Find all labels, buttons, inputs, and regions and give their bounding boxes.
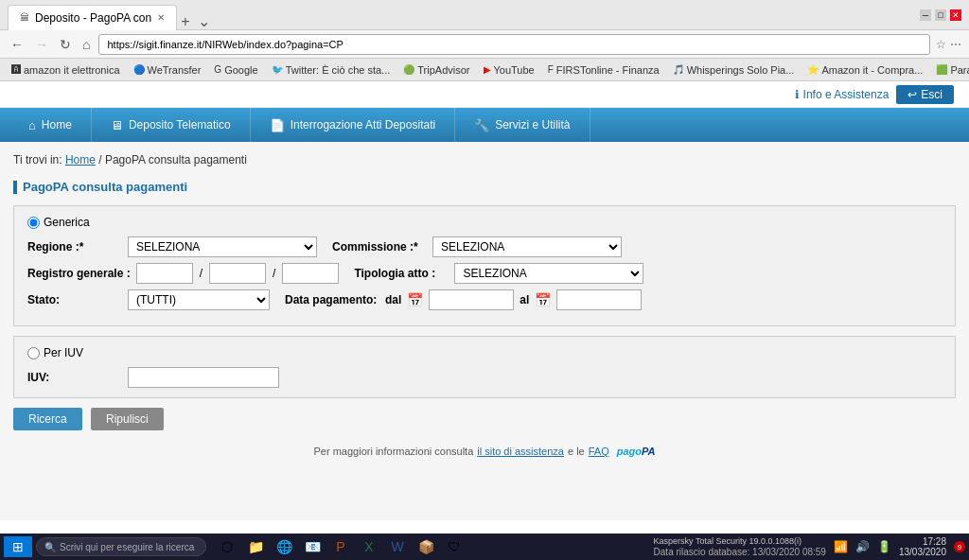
nav-deposito[interactable]: 🖥 Deposito Telematico — [92, 108, 251, 142]
iuv-label: IUV: — [27, 371, 122, 384]
per-iuv-form-container: Per IUV IUV: — [13, 336, 956, 398]
bookmark-firstonline[interactable]: F FIRSTonline - Finanza — [542, 62, 665, 78]
cal-icon-al[interactable]: 📅 — [535, 292, 551, 307]
registro-label: Registro generale : — [27, 267, 131, 280]
bookmark-amazon-it[interactable]: ⭐ Amazon it - Compra... — [802, 62, 928, 78]
window-controls: ─ □ ✕ — [920, 9, 961, 21]
home-button[interactable]: ⌂ — [79, 37, 93, 52]
bookmark-google[interactable]: G Google — [208, 62, 263, 78]
minimize-button[interactable]: ─ — [920, 9, 931, 21]
pagopa-logo: pagoPA — [617, 446, 656, 457]
form-buttons: Ricerca Ripulisci — [13, 408, 956, 430]
taskbar-search[interactable]: 🔍 Scrivi qui per eseguire la ricerca — [36, 537, 206, 556]
bookmark-parametri[interactable]: 🟩 Parametri Avvocati 20 — [930, 62, 969, 78]
nav-servizi[interactable]: 🔧 Servizi e Utilità — [455, 108, 590, 142]
home-nav-icon: ⌂ — [28, 118, 36, 132]
ricerca-button[interactable]: Ricerca — [13, 408, 82, 430]
faq-link[interactable]: FAQ — [589, 446, 609, 457]
network-icon: 📶 — [834, 540, 848, 553]
esci-icon: ↩ — [907, 88, 917, 101]
iuv-input[interactable] — [128, 367, 279, 388]
bookmark-twitter[interactable]: 🐦 Twitter: È ciò che sta... — [266, 62, 396, 78]
maximize-button[interactable]: □ — [935, 9, 946, 21]
address-input[interactable] — [98, 34, 930, 55]
regione-select[interactable]: SELEZIONA — [128, 236, 317, 257]
stato-select[interactable]: (TUTTI) — [128, 289, 270, 310]
cal-icon-dal[interactable]: 📅 — [407, 292, 423, 307]
dal-label: dal — [385, 293, 401, 306]
registro-input-1[interactable] — [136, 263, 193, 284]
volume-icon: 🔊 — [855, 540, 870, 553]
data-al-input[interactable] — [556, 289, 642, 310]
esci-button[interactable]: ↩ Esci — [896, 85, 954, 104]
tipologia-select[interactable]: SELEZIONA — [454, 263, 643, 284]
top-info-bar: ℹ Info e Assistenza ↩ Esci — [0, 81, 969, 108]
browser-tabs: 🏛 Deposito - PagoPA con ✕ + ⌄ — [8, 0, 214, 30]
tipologia-label: Tipologia atto : — [354, 267, 449, 280]
taskbar-explorer-icon[interactable]: 📁 — [242, 535, 269, 558]
tab-title: Deposito - PagoPA con — [35, 11, 151, 25]
info-icon: ℹ — [795, 88, 800, 101]
data-pagamento-label: Data pagamento: — [285, 293, 379, 306]
taskbar-outlook-icon[interactable]: 📧 — [299, 535, 326, 558]
address-bar: ← → ↻ ⌂ ☆ ⋯ — [0, 30, 969, 59]
refresh-button[interactable]: ↻ — [57, 37, 74, 52]
titlebar: 🏛 Deposito - PagoPA con ✕ + ⌄ ─ □ ✕ — [0, 0, 969, 30]
tab-menu-button[interactable]: ⌄ — [194, 12, 214, 30]
star-icon[interactable]: ☆ — [936, 38, 946, 51]
notification-badge[interactable]: 9 — [954, 541, 965, 552]
tab-close-button[interactable]: ✕ — [157, 12, 165, 23]
taskbar-cortana-icon[interactable]: ⬡ — [214, 535, 240, 558]
generica-form-container: Generica Regione :* SELEZIONA Commission… — [13, 205, 956, 326]
start-button[interactable]: ⊞ — [4, 536, 32, 557]
al-label: al — [520, 293, 529, 306]
breadcrumb-home-link[interactable]: Home — [65, 153, 96, 166]
search-icon: 🔍 — [44, 542, 56, 552]
nav-interrogazione[interactable]: 📄 Interrogazione Atti Depositati — [251, 108, 455, 142]
close-button[interactable]: ✕ — [950, 9, 961, 21]
taskbar-edge-icon[interactable]: 🌐 — [271, 535, 297, 558]
registro-input-2[interactable] — [209, 263, 266, 284]
per-iuv-radio[interactable] — [27, 347, 40, 359]
bookmark-whisperings[interactable]: 🎵 Whisperings Solo Pia... — [667, 62, 801, 78]
generica-radio[interactable] — [27, 217, 40, 229]
registro-input-3[interactable] — [282, 263, 339, 284]
footer-info: Per maggiori informazioni consulta il si… — [13, 446, 956, 457]
taskbar: ⊞ 🔍 Scrivi qui per eseguire la ricerca ⬡… — [0, 534, 969, 560]
breadcrumb: Ti trovi in: Home / PagoPA consulta paga… — [13, 153, 956, 166]
settings-icon[interactable]: ⋯ — [950, 38, 961, 51]
taskbar-word-icon[interactable]: W — [384, 535, 411, 558]
interrogazione-icon: 📄 — [270, 118, 285, 132]
taskbar-search-placeholder: Scrivi qui per eseguire la ricerca — [60, 542, 194, 552]
active-tab[interactable]: 🏛 Deposito - PagoPA con ✕ — [8, 5, 177, 30]
taskbar-app-icons: ⬡ 📁 🌐 📧 P X W 📦 🛡 — [214, 535, 467, 558]
back-button[interactable]: ← — [8, 37, 26, 52]
regione-field: Regione :* SELEZIONA — [27, 236, 317, 257]
new-tab-button[interactable]: + — [177, 13, 193, 30]
taskbar-excel-icon[interactable]: X — [356, 535, 382, 558]
bookmark-tripadvisor[interactable]: 🟢 TripAdvisor — [397, 62, 475, 78]
nav-home[interactable]: ⌂ Home — [9, 108, 92, 142]
commissione-label: Commissione :* — [332, 240, 427, 254]
forward-button[interactable]: → — [32, 37, 51, 52]
assistenza-link[interactable]: il sito di assistenza — [477, 446, 564, 457]
ripulisci-button[interactable]: Ripulisci — [91, 408, 164, 430]
per-iuv-radio-row: Per IUV — [27, 346, 942, 359]
deposito-icon: 🖥 — [111, 118, 123, 132]
servizi-icon: 🔧 — [474, 118, 489, 132]
taskbar-app7-icon[interactable]: 📦 — [413, 535, 439, 558]
iuv-field: IUV: — [27, 367, 942, 388]
form-row-3: Stato: (TUTTI) Data pagamento: dal 📅 al … — [27, 289, 942, 310]
registro-field: Registro generale : / / — [27, 263, 339, 284]
bookmarks-bar: 🅰 amazon it elettronica 🔵 WeTransfer G G… — [0, 59, 969, 81]
taskbar-ppt-icon[interactable]: P — [327, 535, 354, 558]
commissione-select[interactable]: SELEZIONA — [432, 236, 622, 257]
bookmark-wetransfer[interactable]: 🔵 WeTransfer — [128, 62, 207, 78]
navigation-bar: ⌂ Home 🖥 Deposito Telematico 📄 Interroga… — [0, 108, 969, 142]
info-assistenza-link[interactable]: ℹ Info e Assistenza — [795, 88, 890, 101]
taskbar-app8-icon[interactable]: 🛡 — [441, 535, 467, 558]
bookmark-youtube[interactable]: ▶ YouTube — [478, 62, 540, 78]
taskbar-right: Kaspersky Total Security 19.0.0.1088(i) … — [654, 536, 965, 557]
bookmark-amazon[interactable]: 🅰 amazon it elettronica — [6, 62, 126, 78]
data-dal-input[interactable] — [429, 289, 514, 310]
